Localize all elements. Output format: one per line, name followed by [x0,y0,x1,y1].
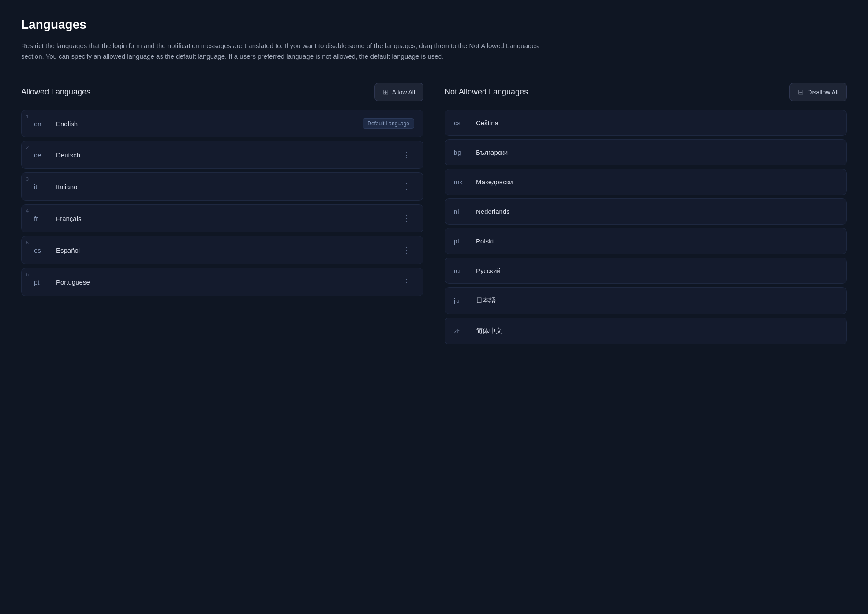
language-code: cs [454,119,476,127]
allowed-languages-column: Allowed Languages ⊞ Allow All 1enEnglish… [21,83,423,344]
not-allowed-language-item[interactable]: plPolski [445,228,847,254]
allowed-language-item[interactable]: 6ptPortuguese⋮ [21,268,423,296]
language-code: ja [454,297,476,304]
language-more-menu-button[interactable]: ⋮ [399,149,414,161]
language-name: Македонски [476,178,838,186]
disallow-all-label: Disallow All [807,89,838,96]
language-code: pt [34,278,56,286]
allowed-languages-header: Allowed Languages ⊞ Allow All [21,83,423,101]
language-name: Français [56,215,399,222]
language-name: Deutsch [56,151,399,159]
language-number: 5 [26,240,29,245]
allowed-language-item[interactable]: 4frFrançais⋮ [21,204,423,232]
language-number: 3 [26,176,29,182]
allow-all-icon: ⊞ [383,88,389,96]
not-allowed-languages-column: Not Allowed Languages ⊞ Disallow All csČ… [445,83,847,344]
language-code: en [34,120,56,127]
allowed-language-item[interactable]: 5esEspañol⋮ [21,236,423,264]
not-allowed-language-item[interactable]: zh简体中文 [445,318,847,344]
language-name: Nederlands [476,208,838,215]
language-name: Portuguese [56,278,399,286]
columns-wrapper: Allowed Languages ⊞ Allow All 1enEnglish… [21,83,847,344]
language-more-menu-button[interactable]: ⋮ [399,213,414,224]
language-number: 4 [26,208,29,213]
language-code: de [34,151,56,159]
allowed-languages-title: Allowed Languages [21,87,90,97]
language-number: 6 [26,272,29,277]
language-code: bg [454,149,476,156]
language-more-menu-button[interactable]: ⋮ [399,244,414,256]
not-allowed-languages-title: Not Allowed Languages [445,87,528,97]
not-allowed-language-item[interactable]: mkМакедонски [445,169,847,195]
allow-all-button[interactable]: ⊞ Allow All [374,83,423,101]
language-code: mk [454,178,476,186]
language-name: Polski [476,237,838,245]
language-number: 2 [26,145,29,150]
not-allowed-language-item[interactable]: ja日本語 [445,287,847,314]
allow-all-label: Allow All [392,89,415,96]
allowed-language-list: 1enEnglishDefault Language2deDeutsch⋮3it… [21,110,423,296]
language-name: Čeština [476,119,838,127]
not-allowed-language-item[interactable]: bgБългарски [445,139,847,165]
language-name: Български [476,149,838,156]
not-allowed-language-item[interactable]: csČeština [445,110,847,136]
not-allowed-language-item[interactable]: ruРусский [445,258,847,284]
language-name: 简体中文 [476,327,838,335]
language-name: 日本語 [476,296,838,305]
page-title: Languages [21,18,847,32]
page-description: Restrict the languages that the login fo… [21,41,550,62]
language-code: nl [454,208,476,215]
language-code: fr [34,215,56,222]
language-name: Русский [476,267,838,274]
language-name: Español [56,247,399,254]
language-code: zh [454,327,476,335]
language-number: 1 [26,114,29,119]
language-code: it [34,183,56,191]
allowed-language-item[interactable]: 1enEnglishDefault Language [21,110,423,137]
language-code: ru [454,267,476,274]
not-allowed-language-list: csČeštinabgБългарскиmkМакедонскиnlNederl… [445,110,847,344]
not-allowed-languages-header: Not Allowed Languages ⊞ Disallow All [445,83,847,101]
language-more-menu-button[interactable]: ⋮ [399,181,414,192]
language-more-menu-button[interactable]: ⋮ [399,276,414,288]
language-code: pl [454,237,476,245]
language-name: Italiano [56,183,399,191]
default-language-badge: Default Language [363,118,414,129]
language-name: English [56,120,363,127]
not-allowed-language-item[interactable]: nlNederlands [445,198,847,225]
allowed-language-item[interactable]: 2deDeutsch⋮ [21,141,423,169]
allowed-language-item[interactable]: 3itItaliano⋮ [21,172,423,201]
disallow-all-icon: ⊞ [798,88,804,96]
disallow-all-button[interactable]: ⊞ Disallow All [789,83,847,101]
language-code: es [34,247,56,254]
